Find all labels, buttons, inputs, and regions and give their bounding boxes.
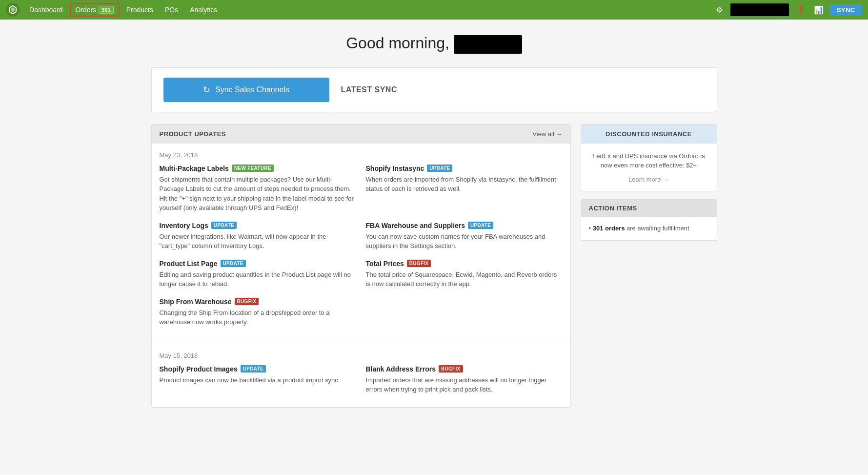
nav-products[interactable]: Products	[121, 4, 158, 16]
analytics-icon[interactable]: 📊	[811, 2, 826, 17]
grid-filler	[366, 298, 563, 336]
updates-grid-2: Shopify Product Images UPDATE Product im…	[160, 365, 563, 403]
update-item-product-list: Product List Page UPDATE Editing and sav…	[160, 260, 356, 289]
view-all-link[interactable]: View all →	[532, 130, 562, 138]
main-content: Good morning, ↻ Sync Sales Channels LATE…	[141, 20, 727, 422]
update-item-shopify-instasync: Shopify Instasync UPDATE When orders are…	[366, 165, 563, 213]
updates-header: PRODUCT UPDATES View all →	[152, 124, 570, 144]
settings-icon[interactable]: ⚙	[712, 2, 727, 17]
update-item-shopify-images: Shopify Product Images UPDATE Product im…	[160, 365, 356, 394]
updates-title: PRODUCT UPDATES	[160, 130, 226, 138]
sync-button[interactable]: SYNC	[830, 4, 862, 16]
svg-marker-1	[11, 7, 15, 12]
badge-bugfix-3: BUGFIX	[439, 365, 463, 372]
product-updates-column: PRODUCT UPDATES View all → May 23, 2018 …	[151, 124, 571, 408]
nav-orders[interactable]: Orders 301	[70, 3, 120, 17]
updates-divider	[152, 342, 570, 342]
update-item-inventory-logs: Inventory Logs UPDATE Our newer integrat…	[160, 222, 356, 251]
action-item-bold: 301 orders	[593, 225, 625, 232]
action-items-header: ACTION ITEMS	[581, 200, 717, 217]
update-section-2: May 15, 2018 Shopify Product Images UPDA…	[152, 344, 570, 407]
side-column: DISCOUNTED INSURANCE FedEx and UPS insur…	[581, 124, 717, 249]
update-date-2: May 15, 2018	[160, 352, 563, 359]
nav-analytics[interactable]: Analytics	[185, 4, 222, 16]
insurance-text: FedEx and UPS insurance via Ordoro is no…	[589, 151, 709, 170]
greeting-section: Good morning,	[151, 34, 717, 54]
insurance-title: DISCOUNTED INSURANCE	[589, 130, 709, 138]
app-logo[interactable]	[6, 3, 20, 17]
orders-badge: 301	[99, 6, 113, 14]
user-name-block	[730, 3, 789, 16]
badge-update-3: UPDATE	[468, 222, 493, 229]
update-section-1: May 23, 2018 Multi-Package Labels NEW FE…	[152, 144, 570, 340]
badge-bugfix-2: BUGFIX	[235, 298, 259, 305]
badge-update-4: UPDATE	[221, 260, 246, 267]
help-icon[interactable]: ❓	[793, 2, 807, 17]
action-items-card: ACTION ITEMS • 301 orders are awaiting f…	[581, 199, 717, 241]
update-item-total-prices: Total Prices BUGFIX The total price of S…	[366, 260, 563, 289]
badge-update-5: UPDATE	[241, 365, 266, 372]
sync-channels-button[interactable]: ↻ Sync Sales Channels	[163, 78, 329, 102]
latest-sync-label: LATEST SYNC	[341, 85, 397, 94]
action-items-body: • 301 orders are awaiting fulfillment	[581, 217, 717, 241]
updates-grid-1: Multi-Package Labels NEW FEATURE Got shi…	[160, 165, 563, 336]
badge-new-feature: NEW FEATURE	[232, 165, 274, 172]
update-date-1: May 23, 2018	[160, 151, 563, 159]
sync-panel: ↻ Sync Sales Channels LATEST SYNC	[151, 67, 717, 112]
two-col-layout: PRODUCT UPDATES View all → May 23, 2018 …	[151, 124, 717, 408]
action-item-text: are awaiting fulfillment	[625, 225, 689, 232]
insurance-card-body: FedEx and UPS insurance via Ordoro is no…	[581, 144, 717, 191]
greeting-text: Good morning,	[346, 34, 449, 52]
nav-pos[interactable]: POs	[160, 4, 183, 16]
navbar-right: ⚙ ❓ 📊 SYNC	[712, 2, 862, 17]
update-item-ship-from: Ship From Warehouse BUGFIX Changing the …	[160, 298, 356, 327]
product-updates-card: PRODUCT UPDATES View all → May 23, 2018 …	[151, 124, 571, 408]
badge-bugfix-1: BUGFIX	[407, 260, 431, 267]
badge-update-2: UPDATE	[211, 222, 237, 229]
update-item-fba-warehouse: FBA Warehouse and Suppliers UPDATE You c…	[366, 222, 563, 251]
insurance-card: DISCOUNTED INSURANCE FedEx and UPS insur…	[581, 124, 717, 191]
update-item-blank-address: Blank Address Errors BUGFIX Imported ord…	[366, 365, 563, 394]
insurance-card-header: DISCOUNTED INSURANCE	[581, 124, 717, 144]
nav-dashboard[interactable]: Dashboard	[24, 4, 68, 16]
nav-links: Dashboard Orders 301 Products POs Analyt…	[24, 3, 222, 17]
insurance-learn-more-link[interactable]: Learn more →	[628, 176, 669, 183]
greeting-name	[454, 35, 522, 54]
refresh-icon: ↻	[203, 84, 210, 95]
update-item-multi-package: Multi-Package Labels NEW FEATURE Got shi…	[160, 165, 356, 213]
badge-update-1: UPDATE	[427, 165, 452, 172]
navbar: Dashboard Orders 301 Products POs Analyt…	[0, 0, 868, 20]
action-item-orders: • 301 orders are awaiting fulfillment	[589, 224, 709, 234]
